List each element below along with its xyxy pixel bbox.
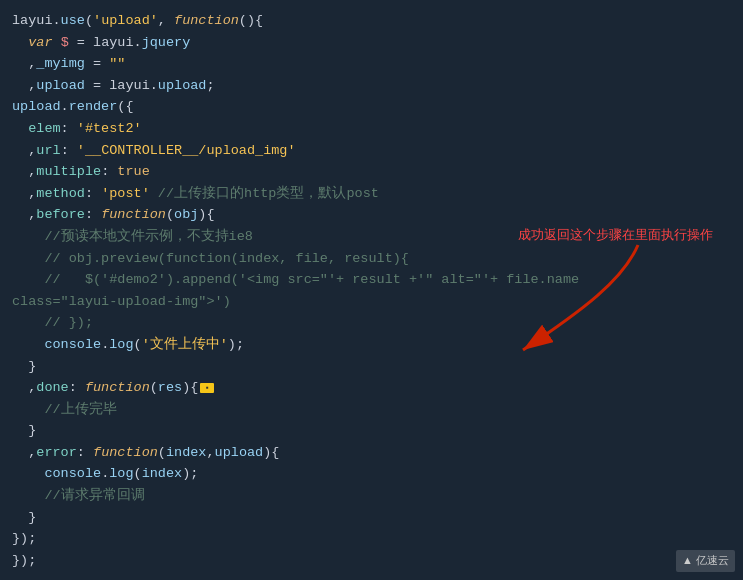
code-line-24: } xyxy=(12,507,731,529)
watermark-text: ▲ 亿速云 xyxy=(682,554,729,566)
code-line-7: ,url: '__CONTROLLER__/upload_img' xyxy=(12,140,731,162)
code-line-14: class="layui-upload-img">') xyxy=(12,291,731,313)
code-line-13: // $('#demo2').append('<img src="'+ resu… xyxy=(12,269,731,291)
code-line-19: //上传完毕 xyxy=(12,399,731,421)
code-line-1: layui.use('upload', function(){ xyxy=(12,10,731,32)
code-line-25: }); xyxy=(12,528,731,550)
watermark: ▲ 亿速云 xyxy=(676,550,735,572)
code-line-18: ,done: function(res){▪ xyxy=(12,377,731,399)
code-line-6: elem: '#test2' xyxy=(12,118,731,140)
code-line-15: // }); xyxy=(12,312,731,334)
code-line-16: console.log('文件上传中'); xyxy=(12,334,731,356)
code-line-20: } xyxy=(12,420,731,442)
code-line-26: }); xyxy=(12,550,731,572)
inline-image-icon: ▪ xyxy=(200,383,214,393)
code-line-21: ,error: function(index,upload){ xyxy=(12,442,731,464)
code-line-12: // obj.preview(function(index, file, res… xyxy=(12,248,731,270)
code-line-8: ,multiple: true xyxy=(12,161,731,183)
code-line-11: //预读本地文件示例，不支持ie8 xyxy=(12,226,731,248)
code-line-9: ,method: 'post' //上传接口的http类型，默认post xyxy=(12,183,731,205)
code-line-23: //请求异常回调 xyxy=(12,485,731,507)
code-line-22: console.log(index); xyxy=(12,463,731,485)
code-line-17: } xyxy=(12,356,731,378)
code-line-2: var $ = layui.jquery xyxy=(12,32,731,54)
code-line-5: upload.render({ xyxy=(12,96,731,118)
code-line-10: ,before: function(obj){ xyxy=(12,204,731,226)
code-line-4: ,upload = layui.upload; xyxy=(12,75,731,97)
code-line-3: ,_myimg = "" xyxy=(12,53,731,75)
code-editor: layui.use('upload', function(){ var $ = … xyxy=(0,0,743,579)
